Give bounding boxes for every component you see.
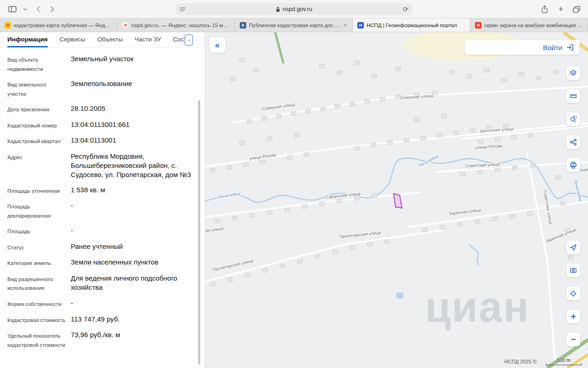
new-tab-icon[interactable]: +	[555, 4, 567, 15]
building	[243, 162, 249, 167]
attr-value: 13:04:0113001:661	[71, 120, 197, 131]
building	[239, 58, 245, 62]
attribute-row: СтатусРанее учтенный	[7, 242, 197, 253]
building	[337, 199, 342, 203]
forward-icon[interactable]	[46, 4, 58, 15]
building	[432, 91, 438, 95]
street-label: Заречная улица	[448, 207, 481, 216]
url-bar[interactable]: nspd.gov.ru ⟳	[175, 3, 413, 15]
reload-icon[interactable]: ⟳	[403, 6, 408, 13]
browser-tab[interactable]: Я кадастровая карта публичная — Яндекс: …	[0, 18, 118, 32]
building	[249, 213, 255, 217]
building	[420, 136, 426, 140]
tab-favicon: Н	[357, 22, 364, 29]
attr-label: Кадастровая стоимость	[7, 315, 71, 325]
street-label: улица Рогова	[475, 143, 503, 150]
print-button[interactable]	[566, 158, 580, 172]
attr-label: Кадастровый квартал	[7, 136, 71, 146]
attribute-row: Форма собственности-	[7, 299, 197, 309]
navigate-button[interactable]	[566, 241, 580, 254]
attr-value: 13:04:0113001	[71, 136, 197, 146]
tab-favicon: Я	[5, 22, 11, 29]
browser-tab[interactable]: Я скрин экрана на макбуке комбинация кла…	[470, 18, 588, 32]
attr-label: Вид земельного участка	[7, 79, 71, 98]
page-settings-icon[interactable]	[180, 6, 186, 12]
building	[528, 133, 533, 137]
building	[262, 268, 268, 273]
street-label: Саранская улица	[205, 225, 224, 236]
attr-label: Форма собственности	[7, 299, 71, 309]
back-icon[interactable]	[32, 4, 44, 15]
sidebar-toggle-icon[interactable]	[6, 4, 18, 15]
attr-label: Площадь	[7, 226, 71, 236]
zoom-in-button[interactable]: +	[566, 310, 580, 323]
attr-value: -	[71, 226, 197, 236]
attribute-row: Дата присвоения28.10.2005	[7, 104, 197, 115]
building	[350, 102, 355, 106]
tab-objects[interactable]: Объекты	[97, 32, 123, 47]
measure-button[interactable]	[566, 89, 580, 103]
building	[470, 128, 475, 132]
browser-tab[interactable]: Я nspd.gov.ru. — Яндекс: нашлось 15 млн …	[118, 18, 235, 32]
chevron-down-icon[interactable]	[19, 4, 31, 15]
attribute-row: Кадастровая стоимость113 747,49 руб.	[7, 315, 197, 325]
building	[530, 164, 535, 168]
building	[512, 166, 518, 170]
attribute-row: Площадь декларированная-	[7, 201, 197, 220]
building	[210, 282, 216, 287]
attr-value: Землепользование	[71, 79, 197, 98]
browser-tab[interactable]: Н НСПД | Геоинформационный портал	[353, 18, 470, 32]
river-label: Пичелейка	[217, 191, 240, 200]
tab-parcel-parts[interactable]: Части ЗУ	[135, 32, 161, 47]
tab-services[interactable]: Сервисы	[60, 32, 85, 47]
tab-information[interactable]: Информация	[7, 32, 48, 47]
screenshot-button[interactable]	[566, 264, 580, 277]
building	[453, 131, 459, 135]
building	[441, 114, 447, 118]
map-canvas[interactable]: Северная улицаСеверная улицаШкольная ули…	[205, 32, 588, 368]
building	[284, 207, 290, 212]
panel-scrollbar[interactable]	[198, 100, 200, 365]
share-map-button[interactable]	[566, 135, 580, 149]
attribute-row: Удельный показатель кадастровой стоимост…	[7, 330, 197, 350]
building	[261, 116, 267, 121]
building	[449, 69, 454, 74]
attr-label: Площадь уточненная	[7, 185, 71, 196]
tab-title: nspd.gov.ru. — Яндекс: нашлось 15 млн ре…	[131, 23, 230, 28]
stream	[469, 244, 479, 265]
object-search-button[interactable]	[566, 112, 580, 126]
building	[280, 264, 286, 268]
building	[477, 170, 483, 174]
url-text: nspd.gov.ru	[283, 6, 312, 12]
attribute-row: Площадь уточненная1 538 кв. м	[7, 185, 197, 196]
attr-value: -	[71, 299, 197, 309]
attribute-row: Кадастровый квартал13:04:0113001	[7, 136, 197, 146]
building	[501, 78, 507, 82]
attr-label: Категория земель	[7, 258, 71, 268]
attribute-row: Кадастровый номер13:04:0113001:661	[7, 120, 197, 131]
tab-overview-icon[interactable]	[571, 4, 582, 15]
attribute-row: Вид объекта недвижимостиЗемельный участо…	[7, 54, 197, 74]
zoom-out-button[interactable]: −	[566, 333, 580, 346]
building	[297, 259, 303, 264]
login-button[interactable]: Войти	[465, 40, 580, 55]
attribute-row: Категория земельЗемли населенных пунктов	[7, 258, 197, 268]
attr-value: 28.10.2005	[71, 104, 197, 115]
attr-value: 1 538 кв. м	[71, 185, 197, 196]
building	[384, 239, 390, 243]
more-tabs-button[interactable]: ›	[185, 34, 193, 46]
building	[215, 218, 220, 223]
selected-parcel[interactable]	[394, 194, 402, 208]
lock-icon	[276, 6, 280, 12]
building	[475, 219, 480, 224]
share-icon[interactable]	[538, 4, 550, 15]
locate-button[interactable]	[566, 287, 580, 300]
building	[315, 254, 321, 259]
building	[437, 133, 442, 137]
tab-close-icon[interactable]: ×	[343, 22, 348, 29]
attr-label: Площадь декларированная	[7, 201, 71, 220]
browser-tab[interactable]: К Публичная кадастровая карта доступна н…	[235, 18, 353, 32]
layers-button[interactable]	[566, 66, 580, 80]
collapse-panel-button[interactable]: «	[209, 37, 226, 53]
building	[320, 107, 326, 111]
